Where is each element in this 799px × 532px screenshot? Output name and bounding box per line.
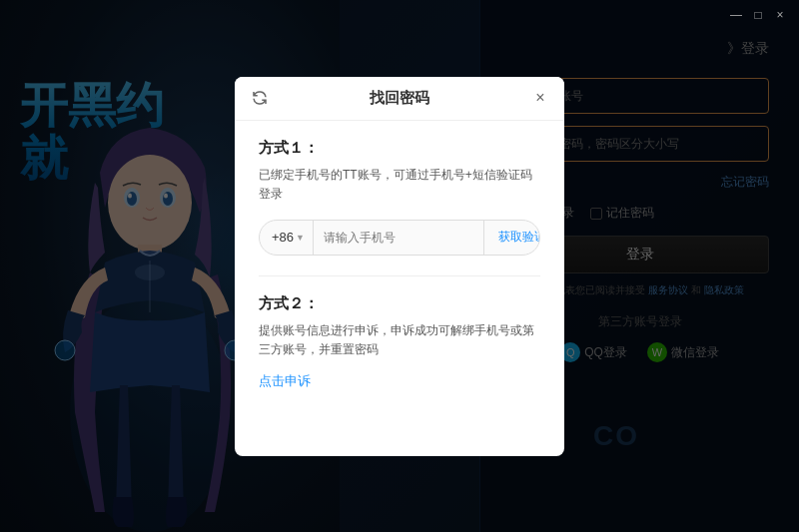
modal-title: 找回密码 xyxy=(370,89,429,108)
method2-title: 方式２： xyxy=(259,294,540,313)
modal-titlebar: 找回密码 × xyxy=(235,77,564,121)
minimize-button[interactable]: — xyxy=(729,8,743,22)
country-code-selector[interactable]: +86 ▼ xyxy=(260,221,314,255)
find-password-modal: 找回密码 × 方式１： 已绑定手机号的TT账号，可通过手机号+短信验证码登录 +… xyxy=(235,77,564,456)
window-close-button[interactable]: × xyxy=(773,8,787,22)
refresh-icon[interactable] xyxy=(251,89,269,107)
method2-desc: 提供账号信息进行申诉，申诉成功可解绑手机号或第三方账号，并重置密码 xyxy=(259,321,540,359)
method1-title: 方式１： xyxy=(259,139,540,158)
phone-input[interactable] xyxy=(314,231,483,245)
modal-content: 方式１： 已绑定手机号的TT账号，可通过手机号+短信验证码登录 +86 ▼ 获取… xyxy=(235,121,564,415)
country-code-text: +86 xyxy=(272,230,294,245)
phone-input-row: +86 ▼ 获取验证码 xyxy=(259,220,540,256)
appeal-link[interactable]: 点击申诉 xyxy=(259,373,311,388)
divider xyxy=(259,275,540,276)
method1-desc: 已绑定手机号的TT账号，可通过手机号+短信验证码登录 xyxy=(259,166,540,204)
window-controls: — □ × xyxy=(729,8,787,22)
country-code-arrow: ▼ xyxy=(296,233,305,243)
get-verify-code-button[interactable]: 获取验证码 xyxy=(483,221,540,255)
modal-close-button[interactable]: × xyxy=(530,88,550,108)
maximize-button[interactable]: □ xyxy=(751,8,765,22)
